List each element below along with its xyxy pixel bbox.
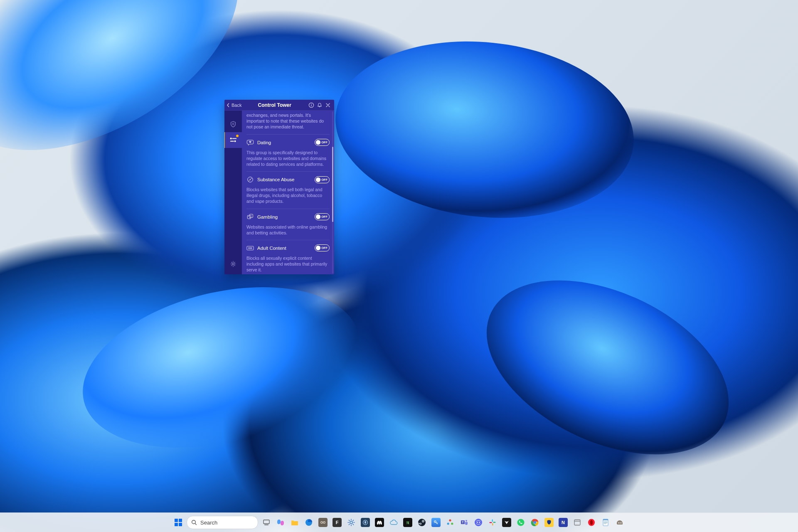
info-icon[interactable] bbox=[308, 101, 315, 109]
group-title: Adult Content bbox=[257, 246, 311, 251]
dice-icon bbox=[246, 213, 254, 221]
main-panel: exchanges, and news portals. It's import… bbox=[242, 111, 334, 274]
back-button[interactable]: Back bbox=[226, 103, 241, 108]
svg-rect-7 bbox=[230, 141, 234, 142]
toggle-adult[interactable]: OFF bbox=[315, 244, 330, 251]
toggle-label: OFF bbox=[321, 214, 328, 220]
toggle-label: OFF bbox=[321, 139, 328, 145]
sidebar bbox=[224, 111, 242, 274]
group-gambling: Gambling OFF Websites associated with on… bbox=[246, 209, 330, 240]
svg-rect-2 bbox=[311, 105, 311, 106]
svg-point-3 bbox=[232, 123, 234, 125]
back-label: Back bbox=[232, 103, 241, 108]
svg-point-12 bbox=[248, 216, 249, 217]
group-title: Dating bbox=[257, 140, 311, 145]
titlebar: Back Control Tower bbox=[224, 100, 334, 111]
gear-icon bbox=[229, 260, 237, 268]
svg-point-8 bbox=[232, 263, 234, 265]
toggle-dating[interactable]: OFF bbox=[315, 139, 330, 146]
svg-point-13 bbox=[249, 217, 250, 218]
toggle-label: OFF bbox=[321, 245, 328, 251]
group-desc: Blocks websites that sell both legal and… bbox=[246, 187, 330, 204]
svg-text:XXX: XXX bbox=[248, 247, 253, 249]
close-icon[interactable] bbox=[324, 101, 332, 109]
svg-rect-10 bbox=[247, 215, 251, 219]
sidebar-item-settings[interactable] bbox=[224, 256, 242, 272]
group-title: Gambling bbox=[257, 214, 311, 219]
toggle-knob bbox=[316, 140, 320, 145]
toggle-knob bbox=[316, 214, 320, 219]
svg-point-4 bbox=[230, 138, 232, 139]
toggle-knob bbox=[316, 246, 320, 250]
svg-point-6 bbox=[234, 140, 236, 142]
group-desc: This group is specifically designed to r… bbox=[246, 150, 330, 167]
window-title: Control Tower bbox=[241, 102, 308, 108]
adult-xxx-icon: XXX bbox=[246, 244, 254, 252]
intro-fragment: exchanges, and news portals. It's import… bbox=[246, 112, 330, 130]
heart-speech-icon bbox=[246, 139, 254, 146]
toggle-substance[interactable]: OFF bbox=[315, 176, 330, 183]
bell-icon[interactable] bbox=[316, 101, 323, 109]
injection-icon bbox=[246, 176, 254, 183]
shield-icon bbox=[229, 121, 237, 128]
group-dating: Dating OFF This group is specifically de… bbox=[246, 134, 330, 172]
control-tower-window: Back Control Tower bbox=[224, 100, 334, 274]
toggle-label: OFF bbox=[321, 177, 328, 183]
notification-dot bbox=[236, 135, 239, 137]
sidebar-item-protection[interactable] bbox=[224, 116, 242, 132]
chevron-left-icon bbox=[226, 103, 230, 107]
group-title: Substance Abuse bbox=[257, 177, 311, 182]
svg-point-1 bbox=[311, 103, 312, 104]
group-adult: XXX Adult Content OFF Blocks all sexuall… bbox=[246, 240, 330, 274]
sidebar-item-control-tower[interactable] bbox=[224, 132, 242, 148]
group-desc: Websites associated with online gambling… bbox=[246, 224, 330, 236]
toggle-gambling[interactable]: OFF bbox=[315, 213, 330, 220]
group-desc: Blocks all sexually explicit content inc… bbox=[246, 255, 330, 273]
svg-rect-5 bbox=[232, 138, 236, 139]
sliders-icon bbox=[229, 137, 238, 143]
svg-point-14 bbox=[251, 215, 252, 216]
group-substance: Substance Abuse OFF Blocks websites that… bbox=[246, 171, 330, 209]
scrollbar-thumb[interactable] bbox=[332, 147, 333, 222]
toggle-knob bbox=[316, 177, 320, 182]
